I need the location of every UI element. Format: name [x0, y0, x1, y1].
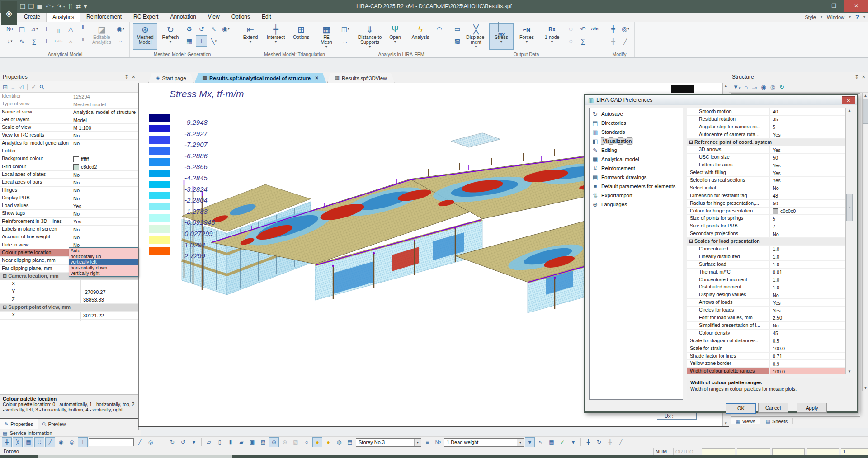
settings-row[interactable]: Selection as real sectionsYes	[687, 177, 845, 184]
dashed-region-icon[interactable]: ▫	[115, 35, 126, 47]
open-button[interactable]: ΨOpen▼	[383, 23, 407, 50]
property-row[interactable]: X30121.22	[0, 312, 138, 319]
lamp-on-button[interactable]: ●	[323, 437, 333, 447]
doc-tab[interactable]: ▦Results.spf:Analytical model of structu…	[195, 73, 326, 83]
cone-icon[interactable]: △	[65, 23, 76, 34]
snap-intersection-button[interactable]: ╳	[13, 437, 23, 447]
settings-value[interactable]: Yes	[769, 169, 845, 176]
property-row[interactable]: Display PRBNo	[0, 194, 138, 202]
dropdown-item[interactable]: horizontally down	[69, 265, 138, 271]
ok-button[interactable]: OK	[726, 403, 756, 414]
property-row[interactable]: Set of layersModel	[0, 116, 138, 124]
preferences-close-button[interactable]: ✕	[842, 96, 855, 104]
settings-row[interactable]: Select with fillingYes	[687, 169, 845, 177]
settings-row[interactable]: Colour for hinge presentationc0c0c0	[687, 208, 845, 215]
preferences-scrollbar[interactable]: ▲ ≡ ▼	[846, 108, 853, 374]
tree-item-editing[interactable]: ✎Editing	[590, 146, 683, 155]
lock-button[interactable]: ◉	[56, 437, 66, 447]
undo-button[interactable]: ↶	[45, 1, 51, 11]
settings-value[interactable]: Yes	[769, 146, 845, 153]
property-value[interactable]: Model	[71, 116, 138, 123]
pin-icon[interactable]: ↧	[855, 74, 859, 80]
property-value[interactable]: No	[71, 140, 138, 147]
filter-more-button[interactable]: ▾	[568, 437, 578, 447]
settings-value[interactable]: 0.71	[769, 353, 845, 360]
unlock-button[interactable]: ◎	[67, 437, 77, 447]
t-section-button[interactable]: ⊤	[196, 35, 207, 47]
box-shell-button[interactable]: ▯	[215, 437, 225, 447]
number-tag-button[interactable]: №	[433, 437, 443, 447]
settings-group-row[interactable]: ⊟ Reference point of coord. system	[687, 139, 845, 146]
close-tab-icon[interactable]: ✕	[315, 76, 318, 80]
scroll-up-icon[interactable]: ▲	[848, 109, 851, 113]
property-value[interactable]: Yes	[71, 202, 138, 209]
property-row[interactable]: View for RC resultsNo	[0, 132, 138, 139]
tree-item-languages[interactable]: ⊕Languages	[590, 200, 683, 209]
property-value[interactable]: Analytical model of structure	[71, 109, 138, 116]
more-snaps-button[interactable]: ▾	[189, 437, 199, 447]
settings-row[interactable]: Circles for loadsYes	[687, 307, 845, 314]
close-button[interactable]: ✕	[844, 0, 868, 12]
settings-value[interactable]: No	[769, 230, 845, 237]
doc-tab[interactable]: ▦Results.spf:3DView	[327, 73, 395, 83]
loadcase-select[interactable]: 1.Dead weight▼	[444, 438, 524, 447]
settings-value[interactable]: No	[769, 291, 845, 298]
property-row[interactable]: Local axes of platesNo	[0, 171, 138, 179]
property-value[interactable]: No	[71, 179, 138, 186]
settings-group-row[interactable]: ⊟ Scales for load presentation	[687, 238, 845, 246]
apply-check-icon[interactable]: ✓	[31, 84, 36, 90]
level-mark-button[interactable]: ⊿▾	[28, 23, 40, 34]
settings-row[interactable]: Letters for axesYes	[687, 161, 845, 169]
coordinate-input[interactable]	[89, 438, 134, 446]
dropdown-item[interactable]: vertically left	[69, 259, 138, 265]
orbit-button[interactable]: ↻	[594, 437, 604, 447]
mirror-icon[interactable]: ╱	[620, 35, 631, 47]
menu-window[interactable]: Window	[827, 14, 844, 20]
close-panel-icon[interactable]: ✕	[862, 74, 866, 80]
settings-row[interactable]: 3D arrowsYes	[687, 146, 845, 154]
property-row[interactable]: Scale of viewM 1:100	[0, 124, 138, 132]
dropdown-item[interactable]: Auto	[69, 248, 138, 254]
filter-loads-button[interactable]: ▼	[525, 437, 535, 447]
bridge-icon[interactable]: ◠	[434, 23, 445, 34]
property-row[interactable]: Local axes of barsNo	[0, 179, 138, 186]
circle-tool-button[interactable]: ◉▾	[115, 23, 126, 34]
palette-location-dropdown[interactable]: Autohorizontally upvertically lefthorizo…	[69, 247, 138, 277]
cone-grey-icon[interactable]: ▵	[65, 35, 76, 47]
settings-value[interactable]: Yes	[769, 307, 845, 314]
panels-button[interactable]: ◫▾	[340, 23, 351, 34]
settings-row[interactable]: Thermal, m/°C0.01	[687, 269, 845, 276]
analysis-button[interactable]: ϟAnalysis	[408, 23, 433, 50]
target-button[interactable]: ◎	[146, 437, 156, 447]
tree-item-standards[interactable]: ▥Standards	[590, 127, 683, 137]
undo-result-icon[interactable]: ↶	[577, 23, 589, 34]
property-value[interactable]: No	[71, 233, 138, 241]
settings-row[interactable]: Radius for hinge presentation,...50	[687, 200, 845, 208]
settings-row[interactable]: Select initialNo	[687, 184, 845, 192]
move-nodes2-icon[interactable]: ╋	[608, 35, 619, 47]
settings-value[interactable]: 1.0	[769, 276, 845, 283]
plumb-button[interactable]: ⊥	[78, 437, 88, 447]
scroll-down-icon[interactable]: ▼	[864, 386, 868, 390]
save-icon[interactable]: ▦	[37, 1, 42, 11]
post2-icon[interactable]: ╩	[77, 35, 89, 47]
one-node-button[interactable]: Rx1-node▼	[540, 23, 564, 50]
scroll-thumb[interactable]: ≡	[846, 194, 853, 221]
lamp-selected-button[interactable]: ●	[312, 437, 322, 447]
scroll-down-icon[interactable]: ▼	[724, 421, 728, 425]
app-logo-icon[interactable]: ◈	[1, 1, 17, 25]
stress-button[interactable]: MxStress▼	[489, 23, 514, 50]
open-file-icon[interactable]: ❒	[28, 1, 34, 11]
sum-result-icon[interactable]: ∑	[577, 35, 589, 47]
diagonal-line-button[interactable]: ╲▾	[208, 35, 219, 47]
settings-row[interactable]: Size of points for springs5	[687, 215, 845, 222]
tab-properties[interactable]: ✎Properties	[0, 419, 38, 429]
pin-icon[interactable]: ↧	[125, 74, 129, 80]
resize-icon[interactable]: ↔	[340, 35, 351, 47]
mesh-small-icon[interactable]: ▦	[184, 35, 195, 47]
settings-row[interactable]: Distributed moment1.0	[687, 283, 845, 291]
settings-row[interactable]: Yellow zone border0.9	[687, 360, 845, 368]
ribbon-tab-options[interactable]: Options	[226, 13, 256, 22]
tab-sheets[interactable]: ▤Sheets	[761, 418, 793, 424]
cancel-button[interactable]: Cancel	[758, 403, 788, 413]
